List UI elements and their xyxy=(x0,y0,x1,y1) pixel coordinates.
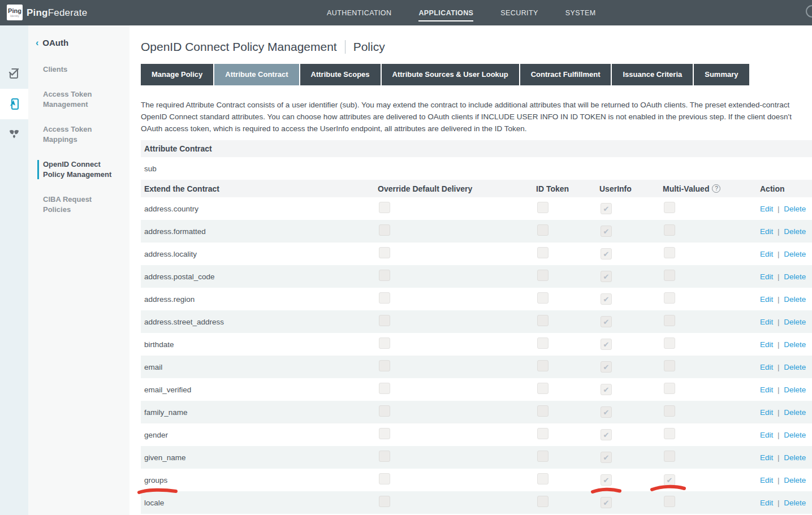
userinfo-checkbox[interactable] xyxy=(601,406,612,418)
edit-link[interactable]: Edit xyxy=(760,227,773,236)
delete-link[interactable]: Delete xyxy=(784,318,806,326)
id-token-checkbox[interactable] xyxy=(537,270,548,281)
sidebar-back-oauth[interactable]: ‹ OAuth xyxy=(28,38,129,47)
id-token-checkbox[interactable] xyxy=(537,405,548,417)
userinfo-checkbox[interactable] xyxy=(601,429,612,440)
multi-valued-checkbox[interactable] xyxy=(664,247,675,258)
edit-link[interactable]: Edit xyxy=(760,408,773,417)
multi-valued-checkbox[interactable] xyxy=(664,360,675,371)
override-delivery-checkbox[interactable] xyxy=(379,428,390,439)
tab-summary[interactable]: Summary xyxy=(694,64,749,85)
override-delivery-checkbox[interactable] xyxy=(379,270,390,281)
tab-manage-policy[interactable]: Manage Policy xyxy=(141,64,213,85)
override-delivery-checkbox[interactable] xyxy=(379,383,390,394)
override-delivery-checkbox[interactable] xyxy=(379,315,390,326)
search-icon[interactable] xyxy=(806,5,812,18)
delete-link[interactable]: Delete xyxy=(784,250,806,258)
override-delivery-checkbox[interactable] xyxy=(379,360,390,371)
delete-link[interactable]: Delete xyxy=(784,205,806,213)
multi-valued-checkbox[interactable] xyxy=(664,451,675,462)
tab-attribute-scopes[interactable]: Attribute Scopes xyxy=(300,64,381,85)
id-token-checkbox[interactable] xyxy=(537,360,548,371)
override-delivery-checkbox[interactable] xyxy=(379,473,390,484)
sidebar-item-access-token-management[interactable]: Access Token Management xyxy=(28,89,129,110)
multi-valued-checkbox[interactable] xyxy=(664,337,675,349)
top-nav-security[interactable]: SECURITY xyxy=(500,5,538,21)
delete-link[interactable]: Delete xyxy=(784,476,806,484)
tab-attribute-sources-user-lookup[interactable]: Attribute Sources & User Lookup xyxy=(382,64,519,85)
help-icon[interactable]: ? xyxy=(712,184,720,193)
id-token-checkbox[interactable] xyxy=(537,428,548,439)
edit-link[interactable]: Edit xyxy=(760,205,773,213)
override-delivery-checkbox[interactable] xyxy=(379,496,390,507)
edit-link[interactable]: Edit xyxy=(760,476,773,484)
tab-issuance-criteria[interactable]: Issuance Criteria xyxy=(612,64,693,85)
userinfo-checkbox[interactable] xyxy=(601,339,612,350)
override-delivery-checkbox[interactable] xyxy=(379,292,390,304)
override-delivery-checkbox[interactable] xyxy=(379,451,390,462)
userinfo-checkbox[interactable] xyxy=(601,203,612,214)
top-nav-authentication[interactable]: AUTHENTICATION xyxy=(327,5,391,21)
delete-link[interactable]: Delete xyxy=(784,295,806,304)
top-nav-system[interactable]: SYSTEM xyxy=(565,5,596,21)
delete-link[interactable]: Delete xyxy=(784,386,806,394)
override-delivery-checkbox[interactable] xyxy=(379,337,390,349)
multi-valued-checkbox[interactable] xyxy=(664,383,675,394)
rail-item-clients[interactable] xyxy=(0,58,28,89)
edit-link[interactable]: Edit xyxy=(760,499,773,507)
userinfo-checkbox[interactable] xyxy=(601,384,612,395)
delete-link[interactable]: Delete xyxy=(784,272,806,281)
rail-item-access-token[interactable] xyxy=(0,89,28,119)
edit-link[interactable]: Edit xyxy=(760,250,773,258)
edit-link[interactable]: Edit xyxy=(760,340,773,349)
userinfo-checkbox[interactable] xyxy=(601,226,612,237)
override-delivery-checkbox[interactable] xyxy=(379,247,390,258)
userinfo-checkbox[interactable] xyxy=(601,293,612,305)
userinfo-checkbox[interactable] xyxy=(601,497,612,508)
top-nav-applications[interactable]: APPLICATIONS xyxy=(418,5,473,21)
id-token-checkbox[interactable] xyxy=(537,315,548,326)
sidebar-item-openid-connect-policy-management[interactable]: OpenID Connect Policy Management xyxy=(28,159,129,180)
edit-link[interactable]: Edit xyxy=(760,453,773,462)
edit-link[interactable]: Edit xyxy=(760,386,773,394)
id-token-checkbox[interactable] xyxy=(537,473,548,484)
multi-valued-checkbox[interactable] xyxy=(664,270,675,281)
userinfo-checkbox[interactable] xyxy=(601,474,612,486)
id-token-checkbox[interactable] xyxy=(537,224,548,236)
id-token-checkbox[interactable] xyxy=(537,337,548,349)
edit-link[interactable]: Edit xyxy=(760,318,773,326)
edit-link[interactable]: Edit xyxy=(760,295,773,304)
delete-link[interactable]: Delete xyxy=(784,431,806,439)
delete-link[interactable]: Delete xyxy=(784,499,806,507)
id-token-checkbox[interactable] xyxy=(537,496,548,507)
override-delivery-checkbox[interactable] xyxy=(379,202,390,213)
multi-valued-checkbox[interactable] xyxy=(664,292,675,304)
delete-link[interactable]: Delete xyxy=(784,340,806,349)
id-token-checkbox[interactable] xyxy=(537,451,548,462)
edit-link[interactable]: Edit xyxy=(760,431,773,439)
delete-link[interactable]: Delete xyxy=(784,363,806,371)
override-delivery-checkbox[interactable] xyxy=(379,405,390,417)
id-token-checkbox[interactable] xyxy=(537,247,548,258)
id-token-checkbox[interactable] xyxy=(537,292,548,304)
userinfo-checkbox[interactable] xyxy=(601,316,612,327)
ping-logo[interactable]: Ping Identity xyxy=(7,5,23,20)
edit-link[interactable]: Edit xyxy=(760,272,773,281)
id-token-checkbox[interactable] xyxy=(537,383,548,394)
override-delivery-checkbox[interactable] xyxy=(379,224,390,236)
edit-link[interactable]: Edit xyxy=(760,363,773,371)
multi-valued-checkbox[interactable] xyxy=(664,428,675,439)
delete-link[interactable]: Delete xyxy=(784,408,806,417)
delete-link[interactable]: Delete xyxy=(784,453,806,462)
tab-contract-fulfillment[interactable]: Contract Fulfillment xyxy=(520,64,611,85)
userinfo-checkbox[interactable] xyxy=(601,452,612,463)
userinfo-checkbox[interactable] xyxy=(601,361,612,373)
userinfo-checkbox[interactable] xyxy=(601,271,612,282)
sidebar-item-clients[interactable]: Clients xyxy=(28,64,129,75)
rail-item-token-mappings[interactable] xyxy=(0,119,28,150)
id-token-checkbox[interactable] xyxy=(537,202,548,213)
sidebar-item-access-token-mappings[interactable]: Access Token Mappings xyxy=(28,124,129,145)
delete-link[interactable]: Delete xyxy=(784,227,806,236)
multi-valued-checkbox[interactable] xyxy=(664,496,675,507)
multi-valued-checkbox[interactable] xyxy=(664,315,675,326)
